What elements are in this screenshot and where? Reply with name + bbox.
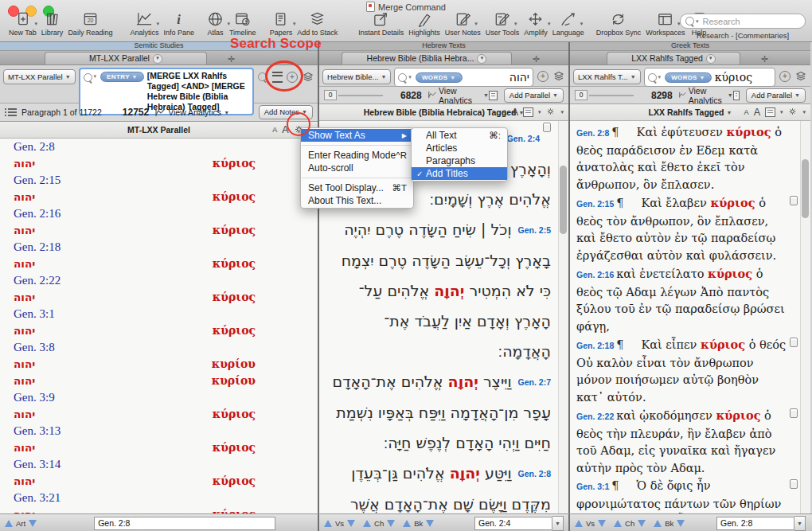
module-selector-button[interactable]: LXX Rahlfs T...▼ bbox=[573, 69, 641, 84]
menu-item-auto-scroll[interactable]: Auto-scroll bbox=[301, 162, 413, 174]
tab-hebrew-bible[interactable]: Hebrew Bible (Biblia Hebra...▼ bbox=[342, 52, 512, 64]
context-slider[interactable]: 0 bbox=[575, 90, 634, 100]
hebrew-hit-word[interactable]: יהוה bbox=[14, 373, 35, 388]
add-circle-icon[interactable]: + bbox=[537, 71, 548, 82]
verse-ref[interactable]: Gen. 2:22 bbox=[576, 412, 616, 421]
decrease-font-button[interactable]: A bbox=[272, 126, 277, 134]
greek-hit-word[interactable]: κύριος bbox=[213, 223, 256, 238]
goto-verse-field[interactable] bbox=[474, 517, 552, 530]
menu-item-show-text-as[interactable]: Show Text As▶ bbox=[301, 129, 413, 142]
display-settings-icon[interactable] bbox=[523, 107, 533, 117]
hebrew-hit-word[interactable]: יהוה bbox=[14, 474, 35, 489]
scrollbar-track[interactable] bbox=[558, 121, 568, 517]
chevron-down-icon[interactable]: ▼ bbox=[552, 516, 564, 531]
up-arrow-button[interactable] bbox=[5, 520, 13, 527]
library-button[interactable]: Library bbox=[39, 10, 66, 37]
module-selector-button[interactable]: MT-LXX Parallel▼ bbox=[3, 69, 76, 84]
verse-ref[interactable]: Gen. 2:5 bbox=[518, 215, 551, 245]
increase-font-button[interactable]: A bbox=[754, 107, 760, 118]
greek-hit-word[interactable]: κύριος bbox=[213, 323, 256, 338]
hebrew-hit-word[interactable]: יהוה bbox=[14, 323, 35, 338]
verse-ref[interactable]: Gen. 2:16 bbox=[0, 205, 318, 222]
module-selector-button[interactable]: Hebrew Bible...▼ bbox=[322, 69, 391, 84]
stack-sync-icon[interactable] bbox=[794, 70, 807, 82]
search-entry-box[interactable]: ▾ WORDS ▼ κύριος bbox=[644, 68, 775, 87]
menu-item-about-this-text[interactable]: About This Text... bbox=[301, 194, 413, 207]
research-field[interactable]: ▾ bbox=[680, 14, 806, 29]
add-to-stack-button[interactable]: Add to Stack bbox=[295, 10, 340, 37]
hebrew-hit-word[interactable]: יהוה bbox=[14, 223, 35, 238]
goto-verse-field[interactable] bbox=[94, 517, 275, 530]
verse-ref[interactable]: Gen. 3:1 bbox=[0, 306, 318, 322]
verse-ref[interactable]: Gen. 2:8 bbox=[0, 139, 318, 155]
tab-lxx-rahlfs[interactable]: LXX Rahlfs Tagged▼ bbox=[607, 52, 740, 64]
gear-icon[interactable] bbox=[545, 107, 556, 118]
search-entry-box[interactable]: ▾ WORDS ▼ יהוה bbox=[394, 68, 533, 87]
pane-layout-icon[interactable] bbox=[733, 91, 740, 100]
submenu-item-add-titles[interactable]: ✓Add Titles bbox=[412, 167, 507, 180]
view-analytics-control[interactable]: View Analytics▼ bbox=[679, 86, 733, 105]
verse-ref[interactable]: Gen. 3:8 bbox=[0, 339, 318, 356]
verse-ref[interactable]: Gen. 3:13 bbox=[0, 423, 318, 439]
user-note-icon[interactable] bbox=[790, 338, 798, 347]
search-query-text[interactable]: κύριος bbox=[715, 71, 752, 84]
greek-hit-word[interactable]: κύριος bbox=[213, 256, 256, 271]
submenu-item-all-text[interactable]: All Text⌘: bbox=[412, 129, 507, 142]
scrollbar-thumb[interactable] bbox=[560, 166, 567, 234]
up-arrow-button[interactable] bbox=[654, 520, 662, 527]
daily-reading-button[interactable]: 20Daily Reading bbox=[65, 10, 115, 37]
language-button[interactable]: ▾Language bbox=[550, 10, 587, 37]
user-tools-button[interactable]: ▾User Tools bbox=[483, 10, 521, 37]
add-parallel-button[interactable]: Add Parallel▼ bbox=[504, 88, 564, 103]
submenu-item-articles[interactable]: Articles bbox=[412, 142, 507, 154]
user-note-icon[interactable] bbox=[790, 196, 798, 205]
analytics-button[interactable]: ▾Analytics bbox=[127, 10, 161, 37]
display-settings-icon[interactable] bbox=[765, 107, 775, 117]
word[interactable]: Καὶ ἔλαβεν bbox=[641, 197, 710, 209]
verse-ref[interactable]: Gen. 3:21 bbox=[0, 490, 318, 506]
verse-ref[interactable]: Gen. 2:22 bbox=[0, 272, 318, 289]
stack-sync-icon[interactable] bbox=[302, 71, 314, 83]
user-note-icon[interactable] bbox=[543, 123, 551, 132]
add-circle-icon[interactable]: + bbox=[779, 71, 791, 82]
pane-layout-icon[interactable] bbox=[489, 91, 498, 100]
word[interactable]: וַיִּטַּע bbox=[480, 464, 512, 482]
verse-ref[interactable]: Gen. 3:14 bbox=[0, 456, 318, 473]
user-notes-button[interactable]: ▾User Notes bbox=[443, 10, 483, 37]
atlas-button[interactable]: ▾Atlas bbox=[204, 10, 227, 37]
search-query-text[interactable]: יהוה bbox=[509, 71, 529, 84]
amplify-button[interactable]: ▾Amplify bbox=[521, 10, 550, 37]
word[interactable]: יְהוָה bbox=[434, 282, 464, 299]
menu-item-enter-reading-mode[interactable]: Enter Reading Mode^R bbox=[301, 149, 413, 162]
verse-ref[interactable]: Gen. 2:15 bbox=[576, 199, 616, 209]
word[interactable]: κύριος bbox=[708, 267, 752, 280]
view-analytics-control[interactable]: View Analytics▼ bbox=[155, 107, 229, 117]
greek-hit-word[interactable]: κυρίου bbox=[212, 373, 256, 388]
down-arrow-button[interactable] bbox=[598, 520, 606, 527]
greek-hit-word[interactable]: κύριος bbox=[213, 290, 256, 305]
timeline-button[interactable]: Timeline bbox=[227, 10, 259, 37]
highlights-button[interactable]: Highlights bbox=[406, 10, 443, 37]
word[interactable]: καὶ ἐνετείλατο bbox=[616, 267, 708, 280]
add-parallel-button[interactable]: Add Parallel▼ bbox=[746, 88, 806, 103]
hebrew-hit-word[interactable]: יהוה bbox=[14, 189, 35, 205]
down-arrow-button[interactable] bbox=[387, 520, 395, 527]
verse-ref[interactable]: Gen. 2:7 bbox=[518, 367, 551, 397]
papers-button[interactable]: ▾Papers bbox=[267, 10, 295, 37]
new-tab-plus-button[interactable]: ✛ bbox=[761, 54, 768, 64]
search-icon[interactable] bbox=[398, 73, 407, 82]
list-view-icon[interactable] bbox=[5, 107, 17, 117]
down-arrow-button[interactable] bbox=[29, 520, 37, 527]
hebrew-hit-word[interactable]: יהוה bbox=[14, 407, 35, 422]
scope-pill-words[interactable]: WORDS ▼ bbox=[665, 72, 712, 83]
verse-ref[interactable]: Gen. 2:15 bbox=[0, 172, 318, 189]
word[interactable]: אֱלֹהִים אֶרֶץ וְשָׁמָיִם׃ bbox=[429, 190, 551, 208]
dropbox-sync-button[interactable]: Dropbox Sync bbox=[594, 10, 644, 37]
goto-verse-field[interactable] bbox=[716, 517, 794, 530]
word[interactable]: וַיִּיצֶר bbox=[478, 373, 512, 390]
view-analytics-control[interactable]: View Analytics▼ bbox=[428, 86, 489, 105]
word[interactable]: κύριος bbox=[716, 408, 760, 422]
hebrew-hit-word[interactable]: יהוה bbox=[14, 290, 35, 305]
up-arrow-button[interactable] bbox=[324, 520, 332, 527]
down-arrow-button[interactable] bbox=[677, 520, 685, 527]
